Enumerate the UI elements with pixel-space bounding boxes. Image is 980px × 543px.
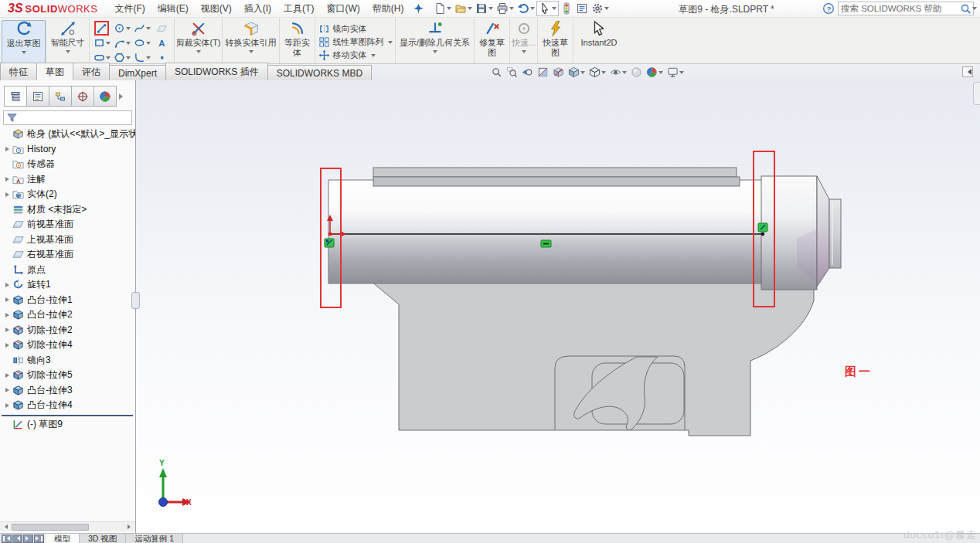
scroll-right-icon[interactable] bbox=[125, 522, 135, 531]
dimxpertmanager-tab[interactable] bbox=[71, 86, 94, 107]
rebuild-button[interactable] bbox=[559, 2, 574, 15]
smart-dimension-button[interactable]: 智能尺寸 bbox=[46, 20, 89, 63]
top-rail-lower[interactable] bbox=[373, 177, 740, 186]
tree-item-cut-extrude5[interactable]: 切除-拉伸5 bbox=[0, 368, 135, 383]
tree-item-top-plane[interactable]: 上视基准面 bbox=[0, 232, 135, 248]
tree-item-revolve1[interactable]: 旋转1 bbox=[0, 277, 135, 293]
menu-view[interactable]: 视图(V) bbox=[195, 0, 238, 18]
menu-help[interactable]: 帮助(H) bbox=[366, 0, 410, 18]
tree-filter-input[interactable] bbox=[20, 114, 130, 123]
tree-horizontal-scrollbar[interactable] bbox=[0, 521, 135, 531]
circle-tool-button[interactable] bbox=[114, 22, 131, 34]
undo-button[interactable] bbox=[516, 2, 536, 15]
edit-appearance-icon[interactable] bbox=[631, 66, 642, 78]
task-pane-edge-tab[interactable] bbox=[973, 82, 980, 105]
tab-solidworks-mbd[interactable]: SOLIDWORKS MBD bbox=[267, 65, 372, 80]
tree-item-boss-extrude2[interactable]: 凸台-拉伸2 bbox=[0, 307, 135, 323]
tree-item-right-plane[interactable]: 右视基准面 bbox=[0, 247, 135, 263]
search-input[interactable] bbox=[841, 4, 960, 13]
new-document-button[interactable] bbox=[432, 2, 453, 15]
tree-item-sensors[interactable]: 传感器 bbox=[0, 157, 135, 172]
file-properties-button[interactable] bbox=[574, 2, 590, 15]
fillet-tool-button[interactable] bbox=[134, 52, 151, 63]
tree-item-front-plane[interactable]: 前视基准面 bbox=[0, 217, 135, 232]
arc-tool-button[interactable] bbox=[114, 37, 131, 49]
panel-splitter-handle[interactable] bbox=[131, 292, 140, 309]
select-button[interactable] bbox=[536, 1, 559, 16]
move-entities-button[interactable]: 移动实体 bbox=[318, 49, 393, 61]
rapid-sketch-button[interactable]: 快速草图 bbox=[538, 20, 573, 63]
tab-solidworks-addins[interactable]: SOLIDWORKS 插件 bbox=[165, 63, 268, 80]
muzzle-chamfer[interactable] bbox=[817, 176, 829, 287]
scroll-left-icon[interactable] bbox=[0, 522, 10, 531]
zoom-to-area-icon[interactable] bbox=[506, 66, 518, 78]
polygon-tool-button[interactable] bbox=[114, 52, 131, 63]
muzzle-end-cap[interactable] bbox=[829, 199, 841, 268]
apply-scene-button[interactable] bbox=[646, 66, 663, 78]
gun-body-model[interactable] bbox=[328, 168, 841, 436]
collapse-ribbon-button[interactable] bbox=[962, 66, 973, 77]
tree-item-part[interactable]: 枪身 (默认<<默认>_显示状态 1> bbox=[0, 127, 135, 142]
3d-drawing-view-icon[interactable] bbox=[553, 66, 564, 78]
open-document-button[interactable] bbox=[453, 2, 474, 15]
last-tab-icon[interactable] bbox=[34, 535, 44, 543]
barrel-cylinder[interactable] bbox=[328, 180, 766, 283]
hide-show-items-button[interactable] bbox=[610, 66, 627, 78]
help-icon[interactable] bbox=[822, 2, 835, 15]
tree-item-cut-extrude4[interactable]: 切除-拉伸4 bbox=[0, 338, 135, 353]
tree-item-history[interactable]: History bbox=[0, 142, 135, 158]
tab-sketch[interactable]: 草图 bbox=[36, 63, 73, 80]
menu-insert[interactable]: 插入(I) bbox=[238, 0, 277, 18]
model-scene[interactable]: Y X bbox=[136, 80, 980, 533]
tab-dimxpert[interactable]: DimXpert bbox=[109, 65, 166, 80]
configurationmanager-tab[interactable] bbox=[49, 86, 72, 107]
tree-item-boss-extrude4[interactable]: 凸台-拉伸4 bbox=[0, 398, 135, 413]
displaymanager-tab[interactable] bbox=[94, 86, 117, 107]
instant2d-button[interactable]: Instant2D bbox=[573, 20, 624, 63]
coincident-handle-right[interactable] bbox=[758, 223, 767, 232]
line-tool-button[interactable] bbox=[96, 22, 107, 34]
previous-view-icon[interactable] bbox=[522, 66, 533, 78]
trim-entities-button[interactable]: 剪裁实体(T) bbox=[175, 20, 222, 63]
point-tool-button[interactable] bbox=[156, 52, 168, 63]
tab-features[interactable]: 特征 bbox=[0, 63, 37, 80]
convert-entities-button[interactable]: 转换实体引用 bbox=[223, 20, 279, 63]
tree-item-mirror3[interactable]: 镜向3 bbox=[0, 353, 135, 368]
spline-tool-button[interactable] bbox=[134, 22, 151, 34]
motion-study-tab[interactable]: 运动算例 1 bbox=[126, 534, 183, 543]
menu-edit[interactable]: 编辑(E) bbox=[151, 0, 195, 18]
scrollbar-thumb[interactable] bbox=[12, 524, 89, 531]
rollback-bar[interactable] bbox=[2, 415, 133, 416]
section-view-icon[interactable] bbox=[537, 66, 549, 78]
previous-tab-icon[interactable] bbox=[12, 535, 22, 543]
linear-sketch-pattern-button[interactable]: 线性草图阵列 bbox=[318, 36, 393, 48]
manager-tabs-overflow-icon[interactable] bbox=[116, 86, 128, 107]
tree-item-boss-extrude1[interactable]: 凸台-拉伸1 bbox=[0, 293, 135, 308]
text-tool-button[interactable] bbox=[156, 37, 168, 49]
options-button[interactable] bbox=[590, 2, 611, 15]
pin-menu-icon[interactable] bbox=[413, 3, 424, 15]
zoom-fit-icon[interactable] bbox=[491, 66, 502, 78]
tab-evaluate[interactable]: 评估 bbox=[73, 63, 110, 80]
featuremanager-tree-tab[interactable] bbox=[4, 86, 27, 107]
print-button[interactable] bbox=[495, 2, 516, 15]
tree-item-cut-extrude2[interactable]: 切除-拉伸2 bbox=[0, 323, 135, 338]
menu-file[interactable]: 文件(F) bbox=[108, 0, 151, 18]
tree-item-material[interactable]: 材质 <未指定> bbox=[0, 202, 135, 218]
ellipse-tool-button[interactable] bbox=[134, 37, 151, 49]
slot-tool-button[interactable] bbox=[94, 52, 111, 63]
3d-views-tab[interactable]: 3D 视图 bbox=[80, 534, 126, 543]
tree-item-origin[interactable]: 原点 bbox=[0, 263, 135, 278]
tree-item-sketch9[interactable]: (-) 草图9 bbox=[0, 417, 135, 433]
repair-sketch-button[interactable]: 修复草图 bbox=[475, 20, 509, 63]
display-delete-relations-button[interactable]: 显示/删除几何关系 bbox=[396, 20, 474, 63]
display-style-button[interactable] bbox=[589, 66, 606, 78]
exit-sketch-button[interactable]: 退出草图 bbox=[2, 20, 46, 63]
plane-tool-button[interactable] bbox=[156, 22, 168, 34]
first-tab-icon[interactable] bbox=[2, 535, 12, 543]
save-button[interactable] bbox=[474, 2, 495, 15]
offset-entities-button[interactable]: 等距实体 bbox=[280, 20, 315, 63]
graphics-area[interactable]: Y X 图一 bbox=[136, 80, 980, 533]
rectangle-tool-button[interactable] bbox=[94, 37, 111, 49]
tree-item-solid-bodies[interactable]: 实体(2) bbox=[0, 187, 135, 202]
